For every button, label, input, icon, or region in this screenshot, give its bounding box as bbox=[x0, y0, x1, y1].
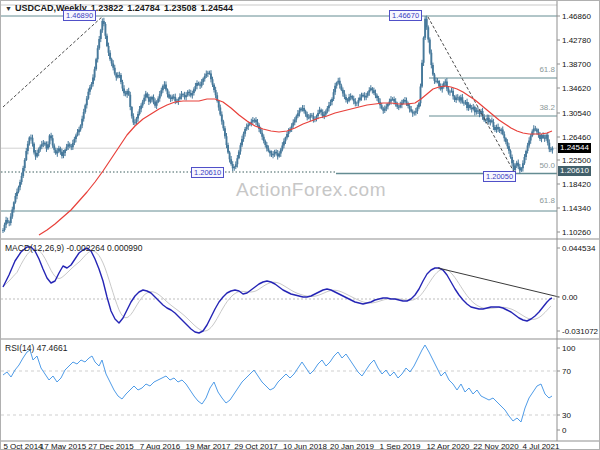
date-axis-label: 19 Mar 2017 bbox=[186, 442, 231, 450]
macd-axis-tick-label: -0.031072 bbox=[562, 327, 599, 336]
price-axis-tick-label: 1.34620 bbox=[562, 84, 591, 93]
macd-axis-tick-label: 0.044534 bbox=[562, 244, 596, 253]
macd-axis-tick-label: 0.00 bbox=[562, 293, 578, 302]
ohlc-low: 1.23508 bbox=[164, 3, 197, 13]
current-price-badge: 1.24544 bbox=[558, 143, 591, 153]
price-axis-tick-label: 1.14340 bbox=[562, 204, 591, 213]
level-label-1.20610[interactable]: 1.20610 bbox=[191, 167, 224, 178]
price-axis-tick-label: 1.22500 bbox=[562, 156, 591, 165]
level-label-1.46890[interactable]: 1.46890 bbox=[63, 10, 96, 21]
date-axis-label: 20 Jan 2019 bbox=[330, 442, 375, 450]
rsi-axis-tick-label: 70 bbox=[562, 367, 571, 376]
date-axis-label: 17 May 2015 bbox=[40, 442, 87, 450]
price-axis-tick-label: 1.42780 bbox=[562, 36, 591, 45]
price-axis-tick-label: 1.10260 bbox=[562, 228, 591, 237]
ohlc-high: 1.24784 bbox=[127, 3, 160, 13]
chart-title-bar: ▼USDCAD,Weekly1.238221.247841.235081.245… bbox=[5, 3, 233, 13]
fib-label-61.8-upper: 61.8 bbox=[531, 65, 555, 74]
date-axis-label: 10 Jun 2018 bbox=[283, 442, 328, 450]
price-axis-tick-label: 1.30540 bbox=[562, 109, 591, 118]
price-axis-tick-label: 1.18420 bbox=[562, 180, 591, 189]
rsi-indicator-label[interactable]: RSI(14) 47.4661 bbox=[5, 343, 67, 353]
rsi-axis-tick-label: 100 bbox=[562, 344, 576, 353]
macd-indicator-label[interactable]: MACD(12,26,9) -0.002264 0.000990 bbox=[5, 243, 143, 253]
date-axis-label: 12 Apr 2020 bbox=[426, 442, 470, 450]
level-label-1.46670[interactable]: 1.46670 bbox=[389, 10, 422, 21]
rsi-axis-tick-label: 30 bbox=[562, 411, 571, 420]
fib-label-38.2: 38.2 bbox=[531, 103, 555, 112]
fib-label-61.8-lower: 61.8 bbox=[531, 196, 555, 205]
date-axis-label: 22 Nov 2020 bbox=[473, 442, 519, 450]
date-axis-label: 27 Dec 2015 bbox=[88, 442, 134, 450]
support-level-badge: 1.20610 bbox=[558, 166, 591, 176]
forex-chart-window: ActionForex.com 1.468601.427801.387001.3… bbox=[0, 0, 600, 450]
level-label-1.20050[interactable]: 1.20050 bbox=[483, 171, 516, 182]
candle-wicks-series bbox=[3, 16, 552, 233]
candle-bodies-series bbox=[3, 19, 552, 231]
date-axis-label: 29 Oct 2017 bbox=[234, 442, 278, 450]
macd-falling-trendline bbox=[438, 268, 559, 297]
collapse-chart-icon[interactable]: ▼ bbox=[5, 5, 12, 12]
date-axis-label: 4 Jul 2021 bbox=[523, 442, 560, 450]
date-axis-label: 1 Sep 2019 bbox=[380, 442, 421, 450]
price-axis-tick-label: 1.26460 bbox=[562, 133, 591, 142]
date-axis-label: 7 Aug 2016 bbox=[140, 442, 181, 450]
chart-canvas[interactable]: 1.468601.427801.387001.346201.305401.264… bbox=[1, 1, 600, 450]
macd-main-line bbox=[3, 247, 552, 333]
price-axis-tick-label: 1.38700 bbox=[562, 60, 591, 69]
falling-trendline-dashed bbox=[428, 17, 514, 172]
rsi-line bbox=[3, 345, 552, 422]
ohlc-close: 1.24544 bbox=[200, 3, 233, 13]
fib-label-50.0: 50.0 bbox=[531, 161, 555, 170]
price-axis-tick-label: 1.46860 bbox=[562, 12, 591, 21]
rsi-axis-tick-label: 0 bbox=[562, 426, 567, 435]
date-axis-label: 5 Oct 2014 bbox=[3, 442, 43, 450]
macd-signal-line bbox=[3, 249, 551, 331]
